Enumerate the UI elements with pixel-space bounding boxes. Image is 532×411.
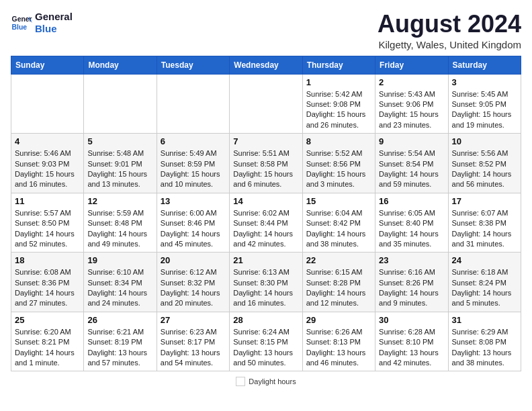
calendar-cell: 7Sunrise: 5:51 AM Sunset: 8:58 PM Daylig… <box>230 134 302 193</box>
calendar-cell <box>230 74 302 134</box>
calendar-table: SundayMondayTuesdayWednesdayThursdayFrid… <box>11 56 521 372</box>
calendar-week-row: 18Sunrise: 6:08 AM Sunset: 8:36 PM Dayli… <box>11 253 521 312</box>
calendar-header-friday: Friday <box>375 56 448 74</box>
calendar-cell: 16Sunrise: 6:05 AM Sunset: 8:40 PM Dayli… <box>375 193 448 253</box>
day-info: Sunrise: 6:02 AM Sunset: 8:44 PM Dayligh… <box>233 208 298 250</box>
day-number: 20 <box>161 255 226 265</box>
day-info: Sunrise: 6:00 AM Sunset: 8:46 PM Dayligh… <box>161 208 226 250</box>
day-number: 12 <box>87 196 152 206</box>
calendar-cell: 31Sunrise: 6:29 AM Sunset: 8:08 PM Dayli… <box>448 312 521 371</box>
day-number: 29 <box>306 315 371 325</box>
day-number: 6 <box>161 136 226 146</box>
day-info: Sunrise: 6:26 AM Sunset: 8:13 PM Dayligh… <box>306 327 371 369</box>
svg-text:Blue: Blue <box>12 24 28 31</box>
day-info: Sunrise: 6:23 AM Sunset: 8:17 PM Dayligh… <box>161 327 226 369</box>
day-number: 16 <box>379 196 444 206</box>
calendar-cell <box>11 74 84 134</box>
day-info: Sunrise: 6:20 AM Sunset: 8:21 PM Dayligh… <box>15 327 80 369</box>
calendar-header-saturday: Saturday <box>448 56 521 74</box>
calendar-cell: 14Sunrise: 6:02 AM Sunset: 8:44 PM Dayli… <box>230 193 302 253</box>
calendar-cell: 4Sunrise: 5:46 AM Sunset: 9:03 PM Daylig… <box>11 134 84 193</box>
calendar-header-row: SundayMondayTuesdayWednesdayThursdayFrid… <box>11 56 521 74</box>
day-info: Sunrise: 6:28 AM Sunset: 8:10 PM Dayligh… <box>379 327 444 369</box>
calendar-header-monday: Monday <box>84 56 157 74</box>
day-number: 15 <box>306 196 371 206</box>
day-info: Sunrise: 6:04 AM Sunset: 8:42 PM Dayligh… <box>306 208 371 250</box>
day-number: 13 <box>161 196 226 206</box>
day-number: 21 <box>233 255 298 265</box>
footer: Daylight hours <box>11 377 521 386</box>
day-number: 23 <box>379 255 444 265</box>
day-info: Sunrise: 6:21 AM Sunset: 8:19 PM Dayligh… <box>87 327 152 369</box>
day-number: 11 <box>15 196 80 206</box>
day-info: Sunrise: 6:15 AM Sunset: 8:28 PM Dayligh… <box>306 267 371 309</box>
day-number: 4 <box>15 136 80 146</box>
calendar-cell: 12Sunrise: 5:59 AM Sunset: 8:48 PM Dayli… <box>84 193 157 253</box>
day-info: Sunrise: 5:49 AM Sunset: 8:59 PM Dayligh… <box>161 148 226 190</box>
day-info: Sunrise: 6:05 AM Sunset: 8:40 PM Dayligh… <box>379 208 444 250</box>
day-info: Sunrise: 6:08 AM Sunset: 8:36 PM Dayligh… <box>15 267 80 309</box>
calendar-header-wednesday: Wednesday <box>230 56 302 74</box>
calendar-cell: 15Sunrise: 6:04 AM Sunset: 8:42 PM Dayli… <box>302 193 375 253</box>
day-number: 5 <box>87 136 152 146</box>
day-info: Sunrise: 5:42 AM Sunset: 9:08 PM Dayligh… <box>306 89 371 131</box>
day-info: Sunrise: 5:43 AM Sunset: 9:06 PM Dayligh… <box>379 89 444 131</box>
day-number: 17 <box>452 196 517 206</box>
calendar-header-sunday: Sunday <box>11 56 84 74</box>
calendar-cell <box>157 74 229 134</box>
calendar-cell: 11Sunrise: 5:57 AM Sunset: 8:50 PM Dayli… <box>11 193 84 253</box>
calendar-cell: 23Sunrise: 6:16 AM Sunset: 8:26 PM Dayli… <box>375 253 448 312</box>
day-info: Sunrise: 5:45 AM Sunset: 9:05 PM Dayligh… <box>452 89 517 131</box>
calendar-cell: 22Sunrise: 6:15 AM Sunset: 8:28 PM Dayli… <box>302 253 375 312</box>
day-number: 22 <box>306 255 371 265</box>
legend-box <box>236 377 245 386</box>
day-info: Sunrise: 5:52 AM Sunset: 8:56 PM Dayligh… <box>306 148 371 190</box>
calendar-cell: 10Sunrise: 5:56 AM Sunset: 8:52 PM Dayli… <box>448 134 521 193</box>
day-number: 9 <box>379 136 444 146</box>
day-number: 31 <box>452 315 517 325</box>
calendar-header-thursday: Thursday <box>302 56 375 74</box>
calendar-cell: 30Sunrise: 6:28 AM Sunset: 8:10 PM Dayli… <box>375 312 448 371</box>
legend-daylight: Daylight hours <box>236 377 296 386</box>
calendar-cell: 19Sunrise: 6:10 AM Sunset: 8:34 PM Dayli… <box>84 253 157 312</box>
day-number: 3 <box>452 77 517 87</box>
calendar-cell: 8Sunrise: 5:52 AM Sunset: 8:56 PM Daylig… <box>302 134 375 193</box>
day-number: 18 <box>15 255 80 265</box>
month-title: August 2024 <box>378 11 521 38</box>
day-number: 30 <box>379 315 444 325</box>
logo-icon: General Blue <box>11 12 32 34</box>
calendar-week-row: 11Sunrise: 5:57 AM Sunset: 8:50 PM Dayli… <box>11 193 521 253</box>
location: Kilgetty, Wales, United Kingdom <box>378 39 521 50</box>
logo: General Blue General Blue <box>11 11 73 35</box>
day-info: Sunrise: 5:56 AM Sunset: 8:52 PM Dayligh… <box>452 148 517 190</box>
calendar-cell: 24Sunrise: 6:18 AM Sunset: 8:24 PM Dayli… <box>448 253 521 312</box>
day-number: 26 <box>87 315 152 325</box>
day-info: Sunrise: 5:51 AM Sunset: 8:58 PM Dayligh… <box>233 148 298 190</box>
day-number: 25 <box>15 315 80 325</box>
calendar-cell: 28Sunrise: 6:24 AM Sunset: 8:15 PM Dayli… <box>230 312 302 371</box>
day-number: 24 <box>452 255 517 265</box>
day-info: Sunrise: 5:48 AM Sunset: 9:01 PM Dayligh… <box>87 148 152 190</box>
day-info: Sunrise: 6:13 AM Sunset: 8:30 PM Dayligh… <box>233 267 298 309</box>
page-header: General Blue General Blue August 2024 Ki… <box>11 11 521 50</box>
logo-general: General <box>35 11 73 23</box>
day-info: Sunrise: 5:46 AM Sunset: 9:03 PM Dayligh… <box>15 148 80 190</box>
calendar-cell: 3Sunrise: 5:45 AM Sunset: 9:05 PM Daylig… <box>448 74 521 134</box>
day-number: 10 <box>452 136 517 146</box>
calendar-cell: 21Sunrise: 6:13 AM Sunset: 8:30 PM Dayli… <box>230 253 302 312</box>
day-number: 19 <box>87 255 152 265</box>
calendar-cell: 25Sunrise: 6:20 AM Sunset: 8:21 PM Dayli… <box>11 312 84 371</box>
day-number: 28 <box>233 315 298 325</box>
day-info: Sunrise: 6:29 AM Sunset: 8:08 PM Dayligh… <box>452 327 517 369</box>
calendar-week-row: 4Sunrise: 5:46 AM Sunset: 9:03 PM Daylig… <box>11 134 521 193</box>
day-number: 14 <box>233 196 298 206</box>
calendar-cell: 2Sunrise: 5:43 AM Sunset: 9:06 PM Daylig… <box>375 74 448 134</box>
calendar-cell: 13Sunrise: 6:00 AM Sunset: 8:46 PM Dayli… <box>157 193 229 253</box>
calendar-cell: 1Sunrise: 5:42 AM Sunset: 9:08 PM Daylig… <box>302 74 375 134</box>
day-number: 1 <box>306 77 371 87</box>
calendar-cell: 6Sunrise: 5:49 AM Sunset: 8:59 PM Daylig… <box>157 134 229 193</box>
day-info: Sunrise: 6:24 AM Sunset: 8:15 PM Dayligh… <box>233 327 298 369</box>
day-info: Sunrise: 5:54 AM Sunset: 8:54 PM Dayligh… <box>379 148 444 190</box>
calendar-week-row: 25Sunrise: 6:20 AM Sunset: 8:21 PM Dayli… <box>11 312 521 371</box>
day-number: 8 <box>306 136 371 146</box>
